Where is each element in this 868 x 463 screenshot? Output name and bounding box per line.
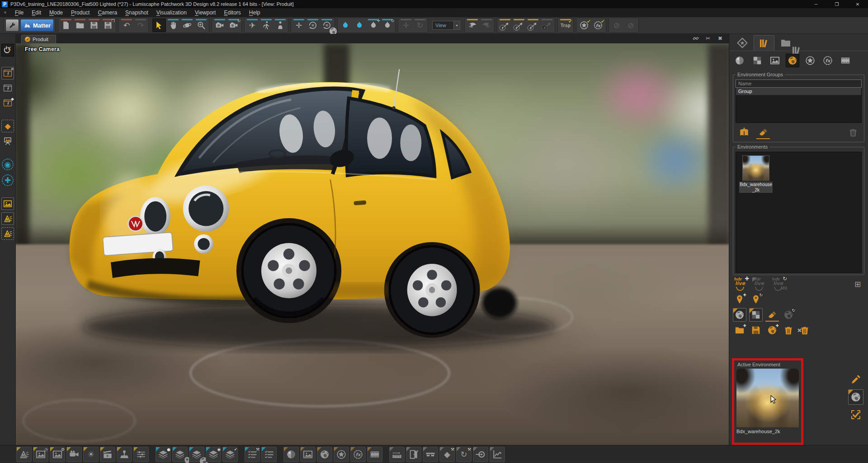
paint-material-button[interactable] bbox=[339, 19, 352, 32]
refresh-environment-button[interactable]: ↻ bbox=[782, 308, 795, 322]
pan-tool-button[interactable] bbox=[166, 19, 180, 32]
paint-rotate-button[interactable]: ↻ bbox=[381, 19, 394, 32]
mirror-view-next-button[interactable] bbox=[480, 19, 493, 32]
fly-through-button[interactable]: ✈ bbox=[245, 19, 259, 32]
sun-settings-button[interactable]: ☀ bbox=[83, 447, 99, 462]
object-rotate-button[interactable]: ↻ bbox=[413, 19, 427, 32]
new-database-button[interactable] bbox=[59, 19, 73, 32]
3d-viewport[interactable]: Free Camera bbox=[16, 43, 729, 445]
delete-group-button[interactable] bbox=[846, 126, 860, 139]
matter-products-tab[interactable] bbox=[732, 35, 753, 51]
close-view-button[interactable]: ✖ bbox=[716, 35, 724, 42]
environments-list[interactable]: Bdx_warehouse_2k bbox=[736, 152, 862, 273]
redo-button[interactable]: ↷ bbox=[134, 19, 147, 32]
postprocesses-library-button[interactable] bbox=[750, 54, 764, 67]
menu-mode[interactable]: Mode bbox=[45, 9, 67, 16]
configuration-list-button[interactable] bbox=[261, 447, 277, 462]
environment-groups-list[interactable]: Group bbox=[736, 88, 862, 123]
save-database-as-button[interactable]: ❐ bbox=[101, 19, 115, 32]
camera-orbit-button[interactable]: ↻ bbox=[227, 19, 241, 32]
materials-layers-button[interactable]: ● bbox=[156, 447, 171, 462]
camera-group-add-button[interactable]: ✚ bbox=[2, 174, 14, 186]
background-display-button[interactable] bbox=[749, 308, 763, 322]
render-frame-button[interactable] bbox=[16, 447, 32, 462]
close-button[interactable]: ✕ bbox=[847, 0, 868, 8]
zoom-tool-button[interactable] bbox=[194, 19, 208, 32]
exit-configuration-button[interactable] bbox=[406, 447, 421, 462]
hdrlive-refresh-button[interactable]: hdrlive bbox=[752, 277, 768, 291]
visibility-layers-button[interactable]: ◉ bbox=[206, 447, 221, 462]
states-layers-button[interactable]: ✔ bbox=[222, 447, 238, 462]
active-environment-display-button[interactable] bbox=[848, 389, 863, 405]
remove-reference-button[interactable]: ✖ bbox=[798, 323, 811, 337]
render-view-button[interactable] bbox=[1, 212, 14, 225]
render-area-button[interactable] bbox=[1, 227, 14, 240]
world-rotate-gizmo-button[interactable] bbox=[320, 19, 334, 32]
walk-through-button[interactable] bbox=[259, 19, 273, 32]
menu-file[interactable]: File bbox=[11, 9, 28, 16]
interactive-render-off-button[interactable]: ✖ bbox=[1, 67, 14, 80]
overlays-editor-button[interactable] bbox=[334, 447, 349, 462]
interaction-button[interactable] bbox=[117, 447, 132, 462]
camera-translate-button[interactable] bbox=[213, 19, 226, 32]
textures-editor-button[interactable] bbox=[300, 447, 316, 462]
group-row[interactable]: Group bbox=[736, 88, 861, 95]
textures-library-button[interactable] bbox=[768, 54, 782, 67]
rename-group-button[interactable] bbox=[756, 126, 770, 139]
open-database-button[interactable] bbox=[73, 19, 87, 32]
ambient-occlusion-button[interactable]: ⊘ bbox=[610, 19, 623, 32]
configuration-rules-button[interactable]: ⚒ bbox=[245, 447, 260, 462]
sun-position-update-button[interactable]: ↻ bbox=[749, 293, 763, 306]
camera-group-visibility-button[interactable]: ◉ bbox=[2, 159, 14, 170]
object-translate-button[interactable]: ✛ bbox=[399, 19, 413, 32]
pick-active-environment-button[interactable] bbox=[848, 372, 863, 387]
save-database-button[interactable] bbox=[87, 19, 101, 32]
snapshots-batch-button[interactable]: ◷ bbox=[33, 447, 48, 462]
save-environment-button[interactable] bbox=[749, 323, 763, 337]
video-capture-button[interactable] bbox=[66, 447, 82, 462]
positions-layers-button[interactable] bbox=[172, 447, 188, 462]
materials-library-button[interactable] bbox=[733, 54, 746, 67]
interactive-render-button[interactable] bbox=[1, 82, 14, 94]
sensors-curves-button[interactable] bbox=[490, 447, 505, 462]
minimize-button[interactable]: ─ bbox=[806, 0, 826, 8]
global-illumination-button[interactable]: ⊘ bbox=[624, 19, 637, 32]
menu-snapshot[interactable]: Snapshot bbox=[121, 9, 152, 16]
transparency-display-button[interactable]: ✔Trsp bbox=[559, 19, 572, 32]
menu-visualization[interactable]: Visualization bbox=[152, 9, 191, 16]
environments-editor-button[interactable] bbox=[317, 447, 332, 462]
translate-gizmo-button[interactable]: ✛ bbox=[292, 19, 306, 32]
maximize-button[interactable]: ❐ bbox=[826, 0, 847, 8]
libraries-tab[interactable] bbox=[754, 35, 774, 51]
dropdown-arrow-icon[interactable]: ▼ bbox=[453, 21, 460, 29]
effects-display-button[interactable]: ✔ bbox=[591, 19, 605, 32]
mirror-view-button[interactable] bbox=[466, 19, 479, 32]
effects-editor-button[interactable] bbox=[350, 447, 366, 462]
backgrounds-editor-button[interactable] bbox=[367, 447, 382, 462]
paint-pick-material-button[interactable] bbox=[353, 19, 366, 32]
menu-camera[interactable]: Camera bbox=[94, 9, 121, 16]
tab-produit[interactable]: ✓ Produit bbox=[21, 35, 56, 43]
observer-mode-button[interactable] bbox=[274, 19, 287, 32]
rename-environment-button[interactable] bbox=[765, 308, 779, 322]
overlays-display-button[interactable]: ✔ bbox=[577, 19, 591, 32]
geometry-tools-button[interactable]: ↻⚒ bbox=[456, 447, 472, 462]
backgrounds-library-button[interactable] bbox=[839, 54, 852, 67]
menu-edit[interactable]: Edit bbox=[28, 9, 45, 16]
realtime-sun-toggle[interactable] bbox=[1, 44, 14, 56]
group-name-header[interactable]: Name bbox=[736, 80, 862, 88]
menu-product[interactable]: Product bbox=[67, 9, 94, 16]
environments-library-button[interactable] bbox=[786, 54, 799, 67]
paint-translate-button[interactable]: ✛ bbox=[367, 19, 380, 32]
apply-active-environment-button[interactable] bbox=[848, 407, 863, 422]
environments-layers-button[interactable] bbox=[189, 447, 204, 462]
snapshots-settings-button[interactable]: ⚙ bbox=[50, 447, 65, 462]
stereoscopy-button[interactable] bbox=[423, 447, 438, 462]
interactive-render-quality-button[interactable]: ◆ bbox=[1, 97, 14, 109]
undo-button[interactable]: ↶ bbox=[120, 19, 133, 32]
surface-tools-button[interactable]: ◆⚒ bbox=[439, 447, 455, 462]
presentation-screen-button[interactable] bbox=[1, 135, 14, 147]
environment-display-button[interactable] bbox=[733, 308, 746, 322]
delete-environment-button[interactable] bbox=[782, 323, 795, 337]
sensor-view-button[interactable] bbox=[1, 197, 14, 210]
